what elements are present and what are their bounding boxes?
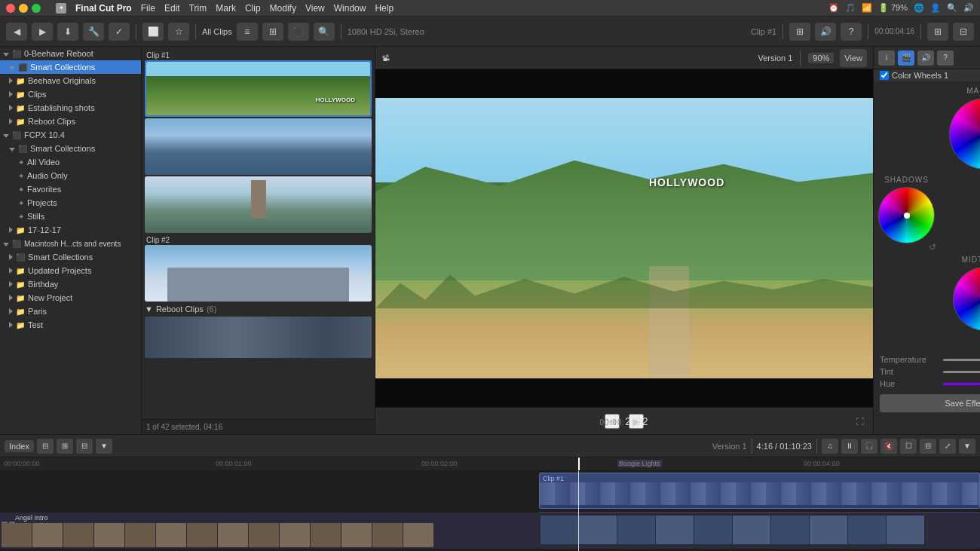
save-effects-button[interactable]: Save Effects Preset...	[880, 394, 980, 412]
back-button[interactable]: ◀	[6, 23, 27, 41]
clip-btn[interactable]: ⊟	[920, 439, 936, 454]
menu-edit[interactable]: Edit	[164, 3, 180, 14]
shadows-section: SHADOWS ↺	[878, 176, 935, 243]
sidebar-item-birthday[interactable]: 📁 Birthday	[0, 277, 141, 291]
shadows-wheel[interactable]: ↺	[878, 187, 935, 243]
effect-enable-checkbox[interactable]	[880, 71, 889, 80]
sidebar-item-beehave-originals[interactable]: 📁 Beehave Originals	[0, 74, 141, 87]
share-button[interactable]: 🔧	[83, 23, 104, 41]
timeline-dropdown[interactable]: ▼	[96, 439, 112, 454]
viewer-video: HOLLYWOOD	[375, 98, 873, 378]
sidebar-item-stills[interactable]: ✦ Stills	[0, 210, 141, 223]
view-options[interactable]: ⊞	[789, 23, 810, 41]
section-label: Reboot Clips	[156, 305, 204, 314]
clip-item-3[interactable]	[145, 176, 372, 233]
sidebar-item-macintosh[interactable]: ⬛ Macintosh H...cts and events	[0, 237, 141, 250]
expand-icon	[3, 240, 9, 248]
hue-slider[interactable]	[943, 383, 980, 385]
audio-btn[interactable]: ♫	[822, 439, 838, 454]
sidebar-item-reboot-clips[interactable]: 📁 Reboot Clips	[0, 115, 141, 128]
headphones-btn[interactable]: 🎧	[861, 439, 877, 454]
sidebar-item-smart-collections-2[interactable]: ⬛ Smart Collections	[0, 142, 141, 155]
menu-help[interactable]: Help	[375, 3, 394, 14]
sidebar-item-updated-projects[interactable]: 📁 Updated Projects	[0, 264, 141, 277]
sidebar-item-beehave-reboot[interactable]: ⬛ 0-Beehave Reboot	[0, 47, 141, 60]
inspector-tab-share[interactable]: ?	[937, 51, 954, 66]
solo-btn[interactable]: ☐	[900, 439, 917, 454]
sidebar-label: FCPX 10.4	[24, 130, 65, 139]
folder-closed-icon	[9, 321, 13, 329]
mute-btn[interactable]: 🔇	[880, 439, 897, 454]
panels-btn[interactable]: ⊟	[953, 23, 974, 41]
timeline-btn1[interactable]: ⊟	[37, 439, 54, 454]
forward-button[interactable]: ▶	[32, 23, 53, 41]
save-effects-label: Save Effects Preset...	[945, 399, 980, 408]
help-btn[interactable]: ?	[841, 23, 862, 41]
tint-slider[interactable]	[943, 371, 980, 373]
close-button[interactable]	[6, 4, 15, 13]
clip-item-4[interactable]: Clip #2	[145, 234, 372, 302]
sidebar-item-new-project[interactable]: 📁 New Project	[0, 291, 141, 305]
index-label[interactable]: Index	[5, 440, 34, 452]
sidebar-item-clips[interactable]: 📁 Clips	[0, 87, 141, 101]
expand-icon	[9, 145, 15, 153]
viewer-quality[interactable]: 90%	[808, 53, 834, 63]
filter-button[interactable]: ⬛	[288, 23, 309, 41]
expand-btn[interactable]: ⤢	[939, 439, 956, 454]
effects-button[interactable]: ☆	[168, 23, 189, 41]
grid-view-button[interactable]: ⊞	[262, 23, 283, 41]
menu-modify[interactable]: Modify	[270, 3, 296, 14]
sidebar-item-audio-only[interactable]: ✦ Audio Only	[0, 169, 141, 182]
sidebar-item-favorites[interactable]: ✦ Favorites	[0, 182, 141, 196]
folder-icon: 📁	[16, 90, 25, 99]
shadows-reset-btn[interactable]: ↺	[929, 242, 936, 253]
sidebar-item-establishing-shots[interactable]: 📁 Establishing shots	[0, 101, 141, 115]
layout-btn[interactable]: ⊞	[927, 23, 948, 41]
check-button[interactable]: ✓	[109, 23, 130, 41]
audio-btn[interactable]: 🔊	[815, 23, 836, 41]
sidebar-item-smart-collections-3[interactable]: ⬛ Smart Collections	[0, 250, 141, 264]
import-button[interactable]: ⬇	[57, 23, 78, 41]
sidebar-item-all-video[interactable]: ✦ All Video	[0, 155, 141, 169]
sidebar-item-fcpx[interactable]: ⬛ FCPX 10.4	[0, 128, 141, 142]
clip-section-header[interactable]: ▼ Reboot Clips (6)	[145, 303, 372, 315]
timeline-btn3[interactable]: ⊟	[76, 439, 93, 454]
clip-item-2[interactable]	[145, 118, 372, 175]
menu-file[interactable]: File	[141, 3, 155, 14]
temperature-row: Temperature 5000.0	[874, 354, 980, 366]
inspector-tab-info[interactable]: i	[878, 51, 895, 66]
sidebar-item-test[interactable]: 📁 Test	[0, 318, 141, 332]
fullscreen-button[interactable]: ⛶	[852, 414, 867, 429]
inspector-tab-video[interactable]: 🎬	[898, 51, 914, 66]
effect-row[interactable]: Color Wheels 1 + ⊞ View ▼	[874, 69, 980, 81]
clip-item-1[interactable]: Clip #1 HOLLYWOOD	[145, 50, 372, 117]
sidebar-item-smart-collections-1[interactable]: ⬛ Smart Collections	[0, 60, 141, 74]
sidebar-item-17-12-17[interactable]: 📁 17-12-17	[0, 223, 141, 237]
timeline-toolbar: Index ⊟ ⊞ ⊟ ▼ Version 1 4:16 / 01:10:23 …	[0, 435, 980, 458]
sidebar-label: Audio Only	[27, 171, 68, 180]
minimize-button[interactable]	[19, 4, 28, 13]
menu-view[interactable]: View	[305, 3, 325, 14]
midtones-wheel[interactable]: ↺	[953, 267, 981, 331]
menu-trim[interactable]: Trim	[189, 3, 207, 14]
maximize-button[interactable]	[32, 4, 41, 13]
sidebar-item-paris[interactable]: 📁 Paris	[0, 305, 141, 318]
track-right-lower[interactable]	[539, 513, 980, 549]
master-wheel[interactable]: ↺	[949, 98, 981, 170]
menu-window[interactable]: Window	[334, 3, 366, 14]
inspector-tab-audio[interactable]: 🔊	[917, 51, 934, 66]
chevron-btn[interactable]: ▼	[959, 439, 975, 454]
media-button[interactable]: ⬜	[142, 23, 164, 41]
search-button[interactable]: 🔍	[314, 23, 335, 41]
temperature-label: Temperature	[880, 355, 940, 364]
timeline-btn2[interactable]: ⊞	[57, 439, 73, 454]
menu-mark[interactable]: Mark	[216, 3, 236, 14]
viewer-view-btn[interactable]: View	[840, 49, 867, 67]
track-angel-intro[interactable]: ⏸ ▶ Angel Intro	[0, 513, 539, 549]
list-view-button[interactable]: ≡	[237, 23, 258, 41]
track-clip-1[interactable]: Clip #1	[539, 473, 980, 509]
play-btn[interactable]: ⏸	[841, 439, 858, 454]
temperature-slider[interactable]	[943, 359, 980, 361]
menu-clip[interactable]: Clip	[245, 3, 261, 14]
sidebar-item-projects[interactable]: ✦ Projects	[0, 196, 141, 210]
